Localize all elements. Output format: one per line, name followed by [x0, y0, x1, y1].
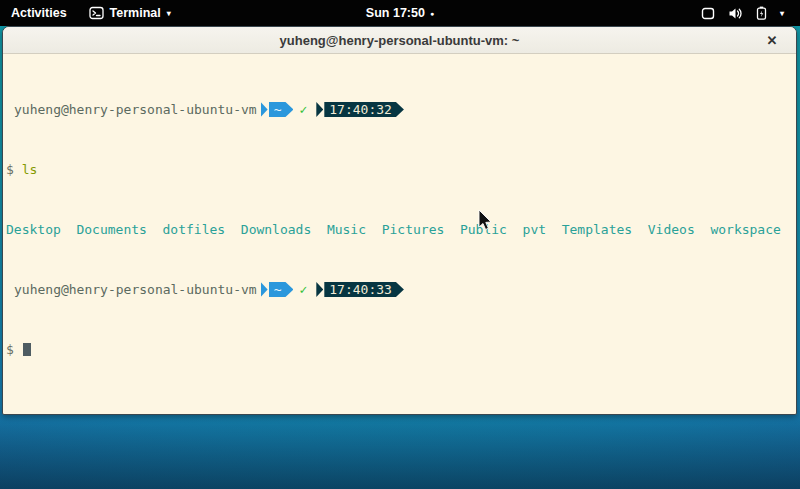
terminal-icon [89, 6, 104, 20]
window-title: yuheng@henry-personal-ubuntu-vm: ~ [280, 33, 520, 48]
close-button[interactable]: ✕ [760, 27, 784, 54]
clock-label: Sun 17:50 [366, 6, 425, 20]
status-check-icon: ✓ [293, 102, 312, 117]
powerline-arrow-icon [261, 282, 268, 297]
clock-button[interactable]: Sun 17:50 ● [366, 6, 434, 20]
app-menu-terminal[interactable]: Terminal ▾ [81, 0, 179, 26]
app-menu-label: Terminal [110, 6, 161, 20]
command-text: ls [22, 162, 38, 177]
prompt-user: yuheng@henry-personal-ubuntu-vm [6, 282, 257, 297]
activities-label: Activities [11, 6, 67, 20]
system-status-area[interactable]: ▾ [701, 0, 800, 26]
prompt-time-segment: 17:40:32 [324, 102, 404, 117]
input-line: $ [6, 342, 796, 357]
volume-icon [728, 7, 743, 20]
prompt-path-segment: ~ [269, 102, 294, 117]
battery-charging-icon [756, 6, 767, 20]
activities-button[interactable]: Activities [0, 0, 81, 26]
terminal-screen[interactable]: yuheng@henry-personal-ubuntu-vm~✓17:40:3… [3, 54, 796, 414]
system-menu-chevron-icon: ▾ [780, 10, 784, 18]
prompt-line-1: yuheng@henry-personal-ubuntu-vm~✓17:40:3… [6, 102, 796, 117]
window-titlebar[interactable]: yuheng@henry-personal-ubuntu-vm: ~ ✕ [3, 27, 796, 54]
notification-dot: ● [430, 10, 434, 17]
powerline-arrow-icon [316, 102, 323, 117]
top-bar: Activities Terminal ▾ Sun 17:50 ● [0, 0, 800, 26]
command-line: $ ls [6, 162, 796, 177]
powerline-arrow-icon [261, 102, 268, 117]
prompt-user: yuheng@henry-personal-ubuntu-vm [6, 102, 257, 117]
prompt-dollar: $ [6, 342, 14, 357]
terminal-cursor [23, 343, 31, 356]
chevron-down-icon: ▾ [167, 10, 171, 18]
ls-output: Desktop Documents dotfiles Downloads Mus… [6, 222, 796, 237]
screen-icon [701, 7, 715, 20]
prompt-time-segment: 17:40:33 [324, 282, 404, 297]
powerline-arrow-icon [316, 282, 323, 297]
status-check-icon: ✓ [293, 282, 312, 297]
prompt-path-segment: ~ [269, 282, 294, 297]
prompt-dollar: $ [6, 162, 14, 177]
terminal-window: yuheng@henry-personal-ubuntu-vm: ~ ✕ yuh… [2, 26, 797, 415]
prompt-line-2: yuheng@henry-personal-ubuntu-vm~✓17:40:3… [6, 282, 796, 297]
